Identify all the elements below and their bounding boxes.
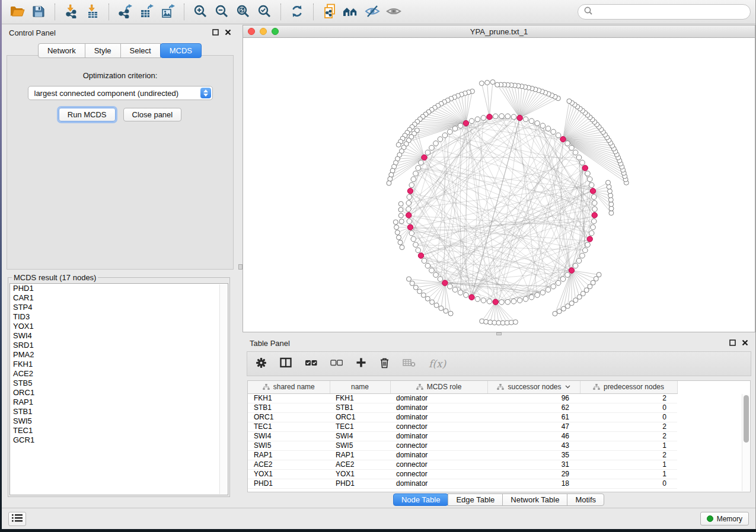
save-session-button[interactable]	[28, 2, 49, 21]
mcds-result-item[interactable]: ACE2	[10, 369, 228, 379]
first-neighbors-icon	[342, 5, 360, 20]
tab-style[interactable]: Style	[85, 43, 121, 58]
zoom-selected-button[interactable]	[254, 2, 275, 21]
select-all-icon[interactable]	[305, 357, 317, 370]
network-window: YPA_prune.txt_1	[243, 25, 755, 332]
toolbar-separator	[55, 4, 55, 20]
hide-selected-button[interactable]	[362, 2, 383, 21]
mcds-result-item[interactable]: YOX1	[10, 322, 228, 331]
mcds-result-item[interactable]: SWI4	[10, 331, 228, 341]
memory-label: Memory	[717, 515, 742, 523]
mcds-result-item[interactable]: TID3	[10, 312, 228, 322]
open-file-button[interactable]	[7, 2, 28, 21]
clone-network-button[interactable]	[319, 2, 340, 21]
network-window-title: YPA_prune.txt_1	[243, 27, 755, 36]
tab-mcds[interactable]: MCDS	[160, 43, 202, 58]
export-network-button[interactable]	[114, 2, 136, 21]
list-icon	[12, 514, 23, 524]
mcds-result-item[interactable]: STB1	[10, 407, 228, 416]
import-network-icon	[65, 4, 78, 20]
mcds-result-item[interactable]: GCR1	[10, 435, 228, 445]
mcds-result-item[interactable]: SRD1	[10, 341, 228, 350]
mcds-result-item[interactable]: STB5	[10, 379, 228, 388]
table-row[interactable]: STB1STB1dominator620	[248, 403, 677, 412]
zoom-out-button[interactable]	[211, 2, 232, 21]
network-canvas[interactable]	[243, 38, 755, 332]
search-icon	[583, 6, 593, 18]
zoom-in-icon	[193, 4, 208, 20]
tab-select[interactable]: Select	[120, 43, 161, 58]
mcds-result-item[interactable]: TEC1	[10, 426, 228, 435]
memory-status-icon	[707, 515, 713, 522]
table-row[interactable]: TEC1TEC1connector472	[248, 422, 677, 431]
result-list-scrollbar[interactable]	[219, 284, 227, 494]
apply-layout-button[interactable]	[286, 2, 308, 21]
table-panel: Table Panel f(x) sh	[243, 335, 755, 508]
close-panel-icon[interactable]	[225, 28, 231, 37]
add-column-icon[interactable]	[356, 357, 366, 370]
import-table-button[interactable]	[82, 2, 103, 21]
node-table: shared namenameMCDS rolesuccessor nodesp…	[248, 381, 678, 489]
close-panel-icon[interactable]	[742, 339, 748, 348]
mcds-result-item[interactable]: RAP1	[10, 398, 228, 407]
delete-column-icon[interactable]	[379, 357, 390, 371]
deselect-all-icon[interactable]	[330, 357, 343, 370]
splitter-handle[interactable]	[238, 264, 243, 270]
import-network-button[interactable]	[60, 2, 82, 21]
close-panel-button[interactable]: Close panel	[123, 108, 182, 121]
vertical-splitter[interactable]	[238, 24, 243, 508]
search-input[interactable]	[596, 8, 745, 17]
task-history-button[interactable]	[8, 512, 26, 526]
toolbar-separator	[109, 4, 109, 20]
column-header-name[interactable]: name	[330, 381, 390, 393]
scrollbar-thumb[interactable]	[744, 395, 749, 443]
zoom-fit-button[interactable]	[232, 2, 254, 21]
network-window-titlebar[interactable]: YPA_prune.txt_1	[243, 25, 755, 38]
mcds-result-item[interactable]: PHD1	[10, 284, 228, 293]
mcds-result-item[interactable]: SWI5	[10, 416, 228, 426]
table-row[interactable]: FKH1FKH1dominator962	[248, 393, 677, 403]
export-table-button[interactable]	[136, 2, 157, 21]
table-row[interactable]: YOX1YOX1connector291	[248, 469, 677, 479]
show-all-button[interactable]	[383, 2, 404, 21]
mcds-result-item[interactable]: ORC1	[10, 388, 228, 398]
column-header-successor-nodes[interactable]: successor nodes	[487, 381, 580, 393]
tab-edge-table[interactable]: Edge Table	[448, 493, 503, 506]
zoom-fit-icon	[236, 4, 250, 20]
application-window: Control Panel NetworkStyleSelectMCDS Opt…	[2, 0, 756, 529]
table-toolbar: f(x)	[247, 351, 751, 376]
mcds-result-item[interactable]: CAR1	[10, 293, 228, 303]
float-panel-icon[interactable]	[212, 28, 219, 37]
tab-motifs[interactable]: Motifs	[567, 493, 604, 506]
run-mcds-button[interactable]: Run MCDS	[59, 108, 116, 121]
table-row[interactable]: PHD1PHD1dominator180	[248, 479, 677, 488]
tab-network-table[interactable]: Network Table	[502, 493, 567, 506]
mcds-result-item[interactable]: FKH1	[10, 360, 228, 369]
table-row[interactable]: RAP1RAP1dominator352	[248, 450, 677, 460]
column-header-MCDS-role[interactable]: MCDS role	[390, 381, 487, 393]
table-row[interactable]: ORC1ORC1dominator610	[248, 412, 677, 422]
column-header-predecessor-nodes[interactable]: predecessor nodes	[580, 381, 677, 393]
search-box	[578, 4, 751, 20]
tab-network[interactable]: Network	[38, 43, 85, 58]
import-table-icon	[86, 4, 99, 20]
zoom-in-button[interactable]	[190, 2, 211, 21]
table-row[interactable]: SWI5SWI5connector431	[248, 441, 677, 450]
export-image-button[interactable]	[157, 2, 178, 21]
float-panel-icon[interactable]	[729, 339, 736, 348]
column-header-shared-name[interactable]: shared name	[248, 381, 330, 393]
show-column-icon[interactable]	[280, 357, 292, 370]
control-panel: Control Panel NetworkStyleSelectMCDS Opt…	[2, 24, 238, 508]
table-options-gear-icon[interactable]	[256, 357, 267, 371]
node-table-container: shared namenameMCDS rolesuccessor nodesp…	[247, 380, 751, 492]
memory-button[interactable]: Memory	[700, 512, 749, 525]
first-neighbors-button[interactable]	[340, 2, 362, 21]
table-scrollbar[interactable]	[742, 394, 749, 491]
table-row[interactable]: ACE2ACE2connector311	[248, 460, 677, 469]
function-builder-icon: f(x)	[429, 358, 446, 370]
mcds-result-item[interactable]: STP4	[10, 303, 228, 312]
tab-node-table[interactable]: Node Table	[393, 493, 449, 506]
optimization-criterion-select[interactable]: largest connected component (undirected)	[28, 86, 213, 100]
mcds-result-item[interactable]: PMA2	[10, 350, 228, 360]
table-row[interactable]: SWI4SWI4dominator462	[248, 431, 677, 441]
